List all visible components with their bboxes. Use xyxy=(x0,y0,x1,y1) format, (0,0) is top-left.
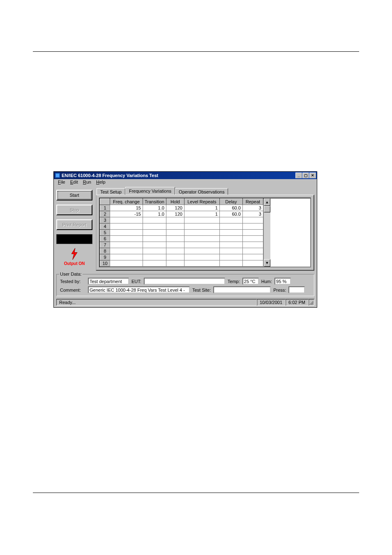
cell-hold[interactable] xyxy=(166,230,184,236)
cell-hold[interactable]: 120 xyxy=(166,211,184,217)
cell-repeat[interactable] xyxy=(242,242,263,248)
cell-freq[interactable] xyxy=(110,260,143,267)
cell-level[interactable] xyxy=(184,230,219,236)
tab-frequency-variations[interactable]: Frequency Variations xyxy=(125,187,175,195)
scroll-track[interactable] xyxy=(264,206,270,259)
col-delay[interactable]: Delay xyxy=(219,199,242,205)
table-row[interactable]: 2-151.0120160.03 xyxy=(100,211,263,217)
cell-level[interactable] xyxy=(184,217,219,223)
table-row[interactable]: 9 xyxy=(100,254,263,260)
row-header[interactable]: 7 xyxy=(100,242,110,248)
scroll-up-button[interactable]: ▲ xyxy=(264,198,270,206)
freq-variation-table[interactable]: Freq. change Transition Hold Level Repea… xyxy=(99,198,311,267)
table-row[interactable]: 5 xyxy=(100,230,263,236)
cell-level[interactable] xyxy=(184,260,219,267)
hum-input[interactable] xyxy=(274,278,291,285)
cell-hold[interactable] xyxy=(166,260,184,267)
cell-repeat[interactable] xyxy=(242,236,263,242)
cell-trans[interactable] xyxy=(143,254,166,260)
row-header[interactable]: 5 xyxy=(100,230,110,236)
cell-delay[interactable] xyxy=(219,248,242,254)
cell-hold[interactable] xyxy=(166,242,184,248)
cell-trans[interactable] xyxy=(143,260,166,267)
cell-level[interactable] xyxy=(184,248,219,254)
press-input[interactable] xyxy=(288,286,305,293)
cell-repeat[interactable] xyxy=(242,230,263,236)
grid-scrollbar[interactable]: ▲ ▼ xyxy=(263,198,270,267)
cell-trans[interactable] xyxy=(143,217,166,223)
row-header[interactable]: 10 xyxy=(100,260,110,267)
minimize-button[interactable]: _ xyxy=(295,173,302,178)
cell-repeat[interactable]: 3 xyxy=(242,211,263,217)
menu-help[interactable]: Help xyxy=(94,179,108,185)
temp-input[interactable] xyxy=(242,278,259,285)
cell-freq[interactable] xyxy=(110,217,143,223)
cell-delay[interactable] xyxy=(219,242,242,248)
cell-trans[interactable] xyxy=(143,230,166,236)
cell-freq[interactable] xyxy=(110,254,143,260)
cell-repeat[interactable] xyxy=(242,223,263,230)
cell-trans[interactable] xyxy=(143,223,166,230)
start-button[interactable]: Start xyxy=(56,190,92,200)
resize-grip[interactable] xyxy=(309,299,314,306)
table-row[interactable]: 4 xyxy=(100,223,263,230)
cell-freq[interactable] xyxy=(110,223,143,230)
test-site-input[interactable] xyxy=(213,286,271,293)
cell-trans[interactable] xyxy=(143,236,166,242)
scroll-down-button[interactable]: ▼ xyxy=(264,259,270,267)
cell-delay[interactable]: 60.0 xyxy=(219,205,242,211)
cell-trans[interactable]: 1.0 xyxy=(143,211,166,217)
menu-file[interactable]: File xyxy=(55,179,68,185)
col-level-repeats[interactable]: Level Repeats xyxy=(184,199,219,205)
tested-by-input[interactable] xyxy=(88,278,129,285)
close-button[interactable]: ✕ xyxy=(309,173,316,178)
maximize-button[interactable]: ▢ xyxy=(302,173,309,178)
table-row[interactable]: 6 xyxy=(100,236,263,242)
cell-repeat[interactable] xyxy=(242,260,263,267)
print-report-button[interactable]: Print Report xyxy=(56,219,92,230)
cell-freq[interactable] xyxy=(110,242,143,248)
cell-freq[interactable] xyxy=(110,236,143,242)
cell-repeat[interactable] xyxy=(242,254,263,260)
cell-trans[interactable]: 1.0 xyxy=(143,205,166,211)
cell-repeat[interactable]: 3 xyxy=(242,205,263,211)
tab-operator-observations[interactable]: Operator Observations xyxy=(175,188,228,195)
cell-freq[interactable]: 15 xyxy=(110,205,143,211)
stop-button[interactable]: Stop xyxy=(56,205,92,215)
row-header[interactable]: 1 xyxy=(100,205,110,211)
cell-level[interactable]: 1 xyxy=(184,211,219,217)
table-row[interactable]: 8 xyxy=(100,248,263,254)
eut-input[interactable] xyxy=(144,278,225,285)
cell-trans[interactable] xyxy=(143,242,166,248)
cell-level[interactable] xyxy=(184,254,219,260)
row-header[interactable]: 6 xyxy=(100,236,110,242)
table-row[interactable]: 1151.0120160.03 xyxy=(100,205,263,211)
cell-delay[interactable] xyxy=(219,254,242,260)
menu-run[interactable]: Run xyxy=(81,179,94,185)
cell-freq[interactable] xyxy=(110,248,143,254)
table-row[interactable]: 7 xyxy=(100,242,263,248)
menu-edit[interactable]: Edit xyxy=(68,179,81,185)
col-repeat[interactable]: Repeat xyxy=(242,199,263,205)
cell-hold[interactable] xyxy=(166,254,184,260)
tab-test-setup[interactable]: Test Setup xyxy=(97,188,125,195)
cell-trans[interactable] xyxy=(143,248,166,254)
cell-repeat[interactable] xyxy=(242,217,263,223)
cell-delay[interactable] xyxy=(219,217,242,223)
comment-input[interactable] xyxy=(88,286,190,293)
row-header[interactable]: 3 xyxy=(100,217,110,223)
cell-hold[interactable] xyxy=(166,236,184,242)
row-header[interactable]: 8 xyxy=(100,248,110,254)
cell-level[interactable]: 1 xyxy=(184,205,219,211)
title-bar[interactable]: EN/IEC 61000-4-28 Frequency Variations T… xyxy=(54,172,317,179)
cell-level[interactable] xyxy=(184,236,219,242)
cell-level[interactable] xyxy=(184,223,219,230)
cell-freq[interactable] xyxy=(110,230,143,236)
cell-level[interactable] xyxy=(184,242,219,248)
row-header[interactable]: 4 xyxy=(100,223,110,230)
cell-hold[interactable] xyxy=(166,217,184,223)
cell-delay[interactable] xyxy=(219,230,242,236)
table-row[interactable]: 10 xyxy=(100,260,263,267)
col-transition[interactable]: Transition xyxy=(143,199,166,205)
table-row[interactable]: 3 xyxy=(100,217,263,223)
